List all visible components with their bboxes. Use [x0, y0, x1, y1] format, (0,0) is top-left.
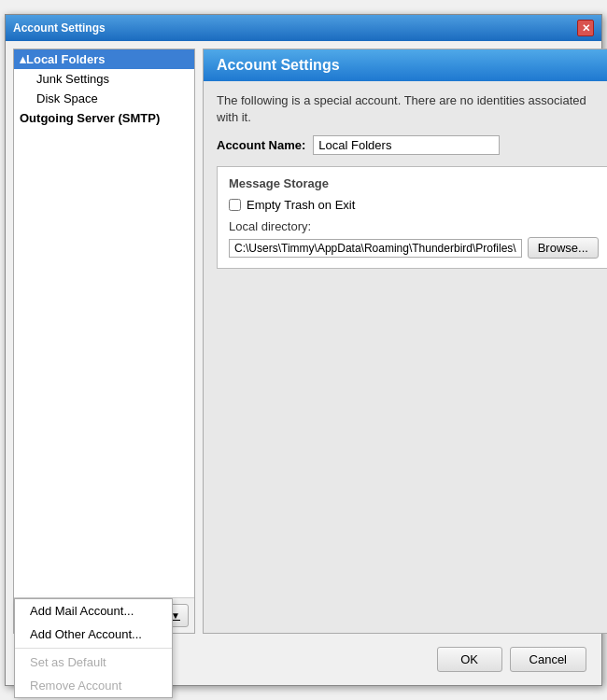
right-panel: Account Settings The following is a spec…	[203, 49, 607, 634]
sidebar-item-junk-settings[interactable]: Junk Settings	[14, 69, 194, 89]
empty-trash-row: Empty Trash on Exit	[229, 198, 599, 212]
dropdown-item-remove-account: Remove Account	[15, 674, 172, 697]
account-name-row: Account Name:	[217, 135, 607, 155]
account-name-input[interactable]	[313, 135, 500, 155]
local-directory-display: C:\Users\Timmy\AppData\Roaming\Thunderbi…	[229, 239, 522, 258]
left-panel: ▴Local FoldersJunk SettingsDisk SpaceOut…	[13, 49, 195, 634]
message-storage-group: Message Storage Empty Trash on Exit Loca…	[217, 166, 607, 269]
account-name-label: Account Name:	[217, 138, 305, 152]
empty-trash-label: Empty Trash on Exit	[247, 198, 355, 212]
dropdown-item-set-default: Set as Default	[15, 651, 172, 674]
sidebar-item-local-folders[interactable]: ▴Local Folders	[14, 49, 194, 69]
message-storage-title: Message Storage	[229, 176, 599, 190]
dropdown-menu: Add Mail Account...Add Other Account...S…	[14, 598, 173, 698]
close-button[interactable]: ✕	[577, 20, 594, 36]
cancel-button[interactable]: Cancel	[510, 647, 586, 672]
settings-body: The following is a special account. Ther…	[204, 81, 607, 633]
main-content: ▴Local FoldersJunk SettingsDisk SpaceOut…	[13, 49, 594, 634]
tree-area: ▴Local FoldersJunk SettingsDisk SpaceOut…	[14, 49, 194, 597]
sidebar-item-disk-space[interactable]: Disk Space	[14, 89, 194, 108]
local-directory-row: C:\Users\Timmy\AppData\Roaming\Thunderbi…	[229, 237, 599, 259]
ok-button[interactable]: OK	[437, 647, 502, 672]
dropdown-separator	[15, 648, 172, 649]
window-title: Account Settings	[13, 21, 106, 35]
account-settings-window: Account Settings ✕ ▴Local FoldersJunk Se…	[5, 14, 602, 686]
account-actions-area: Add Mail Account...Add Other Account...S…	[14, 597, 194, 633]
empty-trash-checkbox[interactable]	[229, 199, 241, 211]
browse-button[interactable]: Browse...	[528, 237, 599, 259]
dropdown-item-add-mail[interactable]: Add Mail Account...	[15, 599, 172, 623]
sidebar-item-outgoing-server[interactable]: Outgoing Server (SMTP)	[14, 108, 194, 128]
window-body: ▴Local FoldersJunk SettingsDisk SpaceOut…	[6, 41, 601, 685]
settings-header: Account Settings	[204, 49, 607, 81]
settings-description: The following is a special account. Ther…	[217, 92, 607, 126]
dropdown-item-add-other[interactable]: Add Other Account...	[15, 623, 172, 646]
title-bar: Account Settings ✕	[6, 15, 601, 41]
local-directory-label: Local directory:	[229, 219, 599, 233]
